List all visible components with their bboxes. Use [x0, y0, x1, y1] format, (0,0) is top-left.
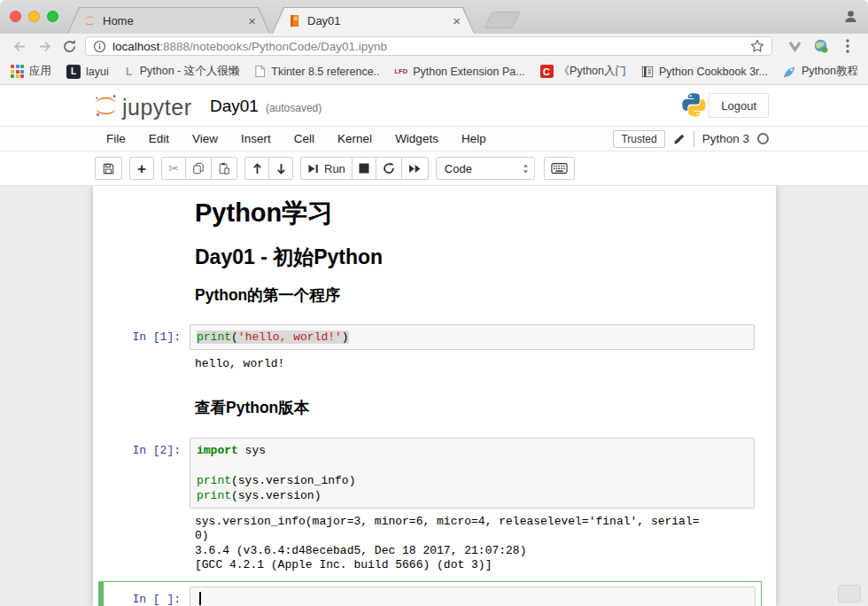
bookmark-python-rumen[interactable]: C 《Python入门 — [540, 64, 626, 79]
minimize-window-button[interactable] — [28, 11, 40, 22]
url-path: :8888/notebooks/PythonCode/Day01.ipynb — [159, 40, 387, 53]
cell-type-select[interactable]: Code — [436, 157, 535, 180]
cell-type-value: Code — [445, 162, 472, 175]
jupyter-menubar: File Edit View Insert Cell Kernel Widget… — [0, 126, 868, 152]
traffic-lights — [10, 11, 58, 22]
page-info-icon[interactable] — [93, 40, 106, 53]
bookmark-python-cookbook[interactable]: Python Cookbook 3r... — [641, 66, 768, 78]
bookmark-label: 《Python入门 — [559, 64, 626, 79]
tab-day01-label: Day01 — [307, 14, 453, 27]
address-bar-row: localhost:8888/notebooks/PythonCode/Day0… — [0, 34, 868, 58]
bookmark-label: Python Extension Pa... — [413, 66, 524, 78]
move-cell-down-button[interactable] — [268, 157, 293, 180]
tab-day01[interactable]: Day01 × — [272, 7, 475, 34]
lfd-favicon: LFD — [395, 67, 408, 75]
save-button[interactable] — [95, 157, 122, 180]
zoom-window-button[interactable] — [47, 11, 58, 22]
extension-chevron-icon[interactable] — [783, 35, 806, 57]
extension-globe-icon[interactable] — [810, 35, 833, 57]
new-tab-button[interactable] — [484, 12, 520, 28]
copy-icon — [192, 162, 205, 175]
menu-edit[interactable]: Edit — [137, 127, 181, 151]
forward-button[interactable] — [32, 35, 57, 57]
paste-icon — [218, 162, 230, 175]
book-favicon — [641, 66, 654, 78]
bookmarks-bar: 应用 L layui L Python - 这个人很懒 Tkinter 8.5 … — [0, 58, 868, 85]
code-cell-3-selected: In [ ]: — [98, 581, 762, 606]
close-window-button[interactable] — [10, 11, 21, 22]
menu-kernel[interactable]: Kernel — [326, 127, 384, 151]
cell-1-input-prompt: In [1]: — [93, 324, 190, 350]
restart-run-all-button[interactable] — [401, 157, 429, 180]
run-icon — [307, 164, 319, 174]
url-input[interactable]: localhost:8888/notebooks/PythonCode/Day0… — [85, 36, 772, 56]
bookmark-star-icon[interactable] — [750, 39, 764, 53]
command-palette-button[interactable] — [544, 157, 575, 180]
layui-favicon: L — [66, 65, 81, 79]
menu-insert[interactable]: Insert — [229, 127, 283, 151]
kernel-name: Python 3 — [702, 132, 749, 145]
browser-menu-icon[interactable] — [836, 35, 859, 57]
run-label: Run — [324, 162, 345, 175]
notebook-heading-2: Day01 - 初始Python — [195, 245, 755, 268]
bookmark-label: layui — [86, 66, 109, 78]
cell-3-code-input[interactable] — [190, 587, 756, 606]
tab-home[interactable]: Home × — [67, 7, 270, 34]
bookmark-label: Python Cookbook 3r... — [659, 66, 768, 78]
notebook-container: Python学习 Day01 - 初始Python Python的第一个程序 I… — [93, 186, 776, 606]
jupyter-logo[interactable]: jupyter — [92, 92, 192, 120]
profile-icon[interactable] — [843, 9, 858, 24]
restart-kernel-button[interactable] — [376, 157, 402, 180]
code-cell-1: In [1]: print('hello, world!') — [93, 324, 776, 350]
cell-1-output: hello, world! — [195, 350, 755, 372]
edit-mode-pencil-icon — [673, 133, 686, 145]
select-stepper-icon — [523, 163, 529, 175]
code-cell-2: In [2]: import sys print(sys.version_inf… — [93, 438, 776, 509]
kernel-idle-indicator — [757, 133, 769, 144]
move-cell-up-button[interactable] — [244, 157, 269, 180]
window-corner-box — [838, 585, 861, 602]
logout-button[interactable]: Logout — [709, 93, 769, 118]
keyboard-icon — [551, 163, 568, 174]
letter-l-favicon: L — [124, 66, 135, 78]
bookmark-label: 应用 — [29, 64, 51, 79]
bookmark-label: Python - 这个人很懒 — [140, 64, 240, 79]
cut-cell-button[interactable]: ✂ — [161, 157, 186, 180]
jupyter-toolbar: + ✂ Run — [0, 152, 868, 186]
tab-home-close-icon[interactable]: × — [248, 14, 256, 27]
notebook-heading-3-first: Python的第一个程序 — [195, 286, 755, 304]
text-cursor — [199, 592, 201, 605]
menu-view[interactable]: View — [181, 127, 229, 151]
run-cell-button[interactable]: Run — [300, 157, 353, 180]
menu-file[interactable]: File — [95, 127, 137, 151]
back-button[interactable] — [7, 35, 32, 57]
bookmark-python-extension[interactable]: LFD Python Extension Pa... — [395, 66, 525, 78]
paste-cell-button[interactable] — [211, 157, 237, 180]
cell-3-input-prompt: In [ ]: — [104, 587, 190, 606]
rocket-favicon — [783, 65, 796, 78]
insert-cell-button[interactable]: + — [129, 157, 154, 180]
bookmark-python-tutorial[interactable]: Python教程 — [783, 64, 858, 79]
bookmark-label: Python教程 — [802, 64, 858, 79]
trusted-button[interactable]: Trusted — [613, 130, 664, 148]
fast-forward-icon — [408, 164, 422, 174]
reload-button[interactable] — [57, 35, 81, 57]
menu-widgets[interactable]: Widgets — [384, 127, 450, 151]
bookmark-apps[interactable]: 应用 — [11, 64, 51, 79]
menu-help[interactable]: Help — [450, 127, 498, 151]
tab-day01-close-icon[interactable]: × — [453, 14, 461, 27]
copy-cell-button[interactable] — [185, 157, 212, 180]
stop-icon — [359, 163, 369, 174]
notebook-title[interactable]: Day01 — [210, 97, 259, 116]
cell-1-code-input[interactable]: print('hello, world!') — [190, 324, 755, 350]
plus-icon: + — [137, 161, 146, 176]
browser-window: Home × Day01 × — [0, 0, 868, 606]
cell-2-code-input[interactable]: import sys print(sys.version_info)print(… — [190, 438, 755, 509]
interrupt-kernel-button[interactable] — [352, 157, 376, 180]
bookmark-python-blog[interactable]: L Python - 这个人很懒 — [124, 64, 240, 79]
bookmark-tkinter[interactable]: Tkinter 8.5 reference.. — [254, 65, 379, 78]
bookmark-layui[interactable]: L layui — [66, 65, 109, 79]
menu-cell[interactable]: Cell — [283, 127, 326, 151]
arrow-up-icon — [252, 163, 262, 175]
arrow-down-icon — [276, 163, 286, 175]
